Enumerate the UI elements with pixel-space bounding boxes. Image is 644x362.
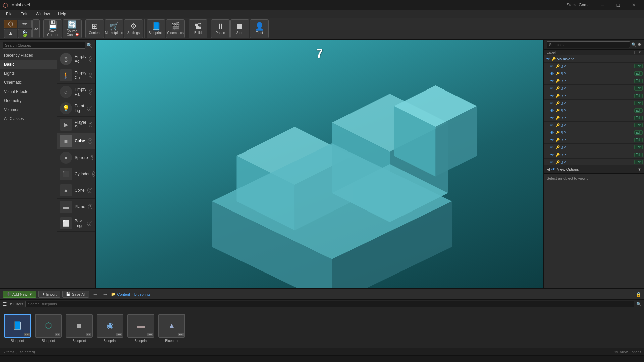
outliner-row[interactable]: 👁 🔑 BP Edit [544,144,644,151]
content-item[interactable]: 📘 BP Blueprint [4,314,31,343]
eject-button[interactable]: 👤 Eject [250,19,269,38]
settings-button[interactable]: ⚙ Settings [124,19,143,38]
build-button[interactable]: 🏗 Build [189,19,207,38]
import-button[interactable]: ⬇ Import [38,291,60,298]
blueprints-button[interactable]: 📘 Blueprints [147,19,165,38]
category-lights[interactable]: Lights [0,69,57,78]
search-classes-input[interactable] [3,42,85,49]
outliner-search-input[interactable] [547,41,630,48]
nav-back-button[interactable]: ← [91,290,99,298]
outliner-edit-button[interactable]: Edit [634,138,643,142]
content-item[interactable]: ◉ BP Blueprint [97,314,123,343]
content-button[interactable]: ⊞ Content [85,19,104,38]
outliner-settings-button[interactable]: ⚙ [638,42,641,47]
outliner-world-row[interactable]: 👁 🔑 MainWorld [544,55,644,63]
save-all-button[interactable]: 💾 Save All [62,291,89,298]
outliner-edit-button[interactable]: Edit [634,108,643,113]
outliner-edit-button[interactable]: Edit [634,123,643,127]
outliner-row[interactable]: 👁 🔑 BP Edit [544,77,644,85]
outliner-edit-button[interactable]: Edit [634,101,643,105]
save-current-button[interactable]: 💾 Save Current [43,19,62,38]
marketplace-button[interactable]: 🛒 Marketplace [105,19,123,38]
search-blueprints-icon[interactable]: 🔍 [636,302,641,306]
outliner-edit-button[interactable]: Edit [634,116,643,120]
outliner-row[interactable]: 👁 🔑 BP Edit [544,63,644,70]
pause-button[interactable]: ⏸ Pause [211,19,230,38]
outliner-row[interactable]: 👁 🔑 BP Edit [544,129,644,136]
menu-help[interactable]: Help [55,11,70,17]
close-button[interactable]: ✕ [626,0,641,10]
outliner-row[interactable]: 👁 🔑 BP Edit [544,70,644,77]
category-volumes[interactable]: Volumes [0,105,57,114]
outliner-row[interactable]: 👁 🔑 BP Edit [544,159,644,165]
list-item[interactable]: ◎ Empty Ac ? [57,51,95,67]
menu-edit[interactable]: Edit [17,11,31,17]
cone-help[interactable]: ? [87,188,92,193]
cube-help[interactable]: ? [88,138,92,144]
menu-window[interactable]: Window [32,11,53,17]
mode-btn-leaf[interactable]: 🍃 [18,29,32,38]
outliner-row[interactable]: 👁 🔑 BP Edit [544,122,644,129]
list-item[interactable]: 🚶 Empty Ch ? [57,67,95,84]
content-item[interactable]: ▲ BP Blueprint [158,314,185,343]
outliner-edit-button[interactable]: Edit [634,71,643,76]
cylinder-help[interactable]: ? [92,171,95,177]
outliner-edit-button[interactable]: Edit [634,64,643,68]
category-all-classes[interactable]: All Classes [0,114,57,123]
list-item[interactable]: ○ Empty Pa ? [57,84,95,100]
add-new-button[interactable]: ➕ Add New ▼ [3,291,36,298]
list-item[interactable]: ● Sphere ? [57,149,95,166]
outliner-row[interactable]: 👁 🔑 BP Edit [544,85,644,92]
outliner-edit-button[interactable]: Edit [634,160,643,164]
empty-actor-help[interactable]: ? [89,56,92,62]
outliner-edit-button[interactable]: Edit [634,86,643,90]
empty-pawn-help[interactable]: ? [89,89,92,95]
source-control-button[interactable]: 🔄 Source Control ⛔ [63,19,82,38]
nav-forward-button[interactable]: → [101,290,109,298]
maximize-button[interactable]: □ [610,0,626,10]
list-item[interactable]: ▬ Plane ? [57,199,95,215]
cinematics-button[interactable]: 🎬 Cinematics [166,19,185,38]
sphere-help[interactable]: ? [91,155,93,160]
more-button[interactable]: ≫ [32,19,40,38]
outliner-edit-button[interactable]: Edit [634,94,643,98]
list-item[interactable]: 💡 Point Lig ? [57,100,95,117]
path-content[interactable]: Content [117,292,130,296]
outliner-row[interactable]: 👁 🔑 BP Edit [544,107,644,114]
outliner-edit-button[interactable]: Edit [634,130,643,135]
category-cinematic[interactable]: Cinematic [0,78,57,87]
list-item[interactable]: ■ Cube ? [57,133,95,149]
content-item[interactable]: ▬ BP Blueprint [127,314,154,343]
list-item[interactable]: ▶ Player St ? [57,117,95,133]
view-options-button[interactable]: 👁 View Options [614,350,641,354]
outliner-row[interactable]: 👁 🔑 BP Edit [544,151,644,159]
point-light-help[interactable]: ? [87,106,92,111]
menu-file[interactable]: File [3,11,16,17]
outliner-edit-button[interactable]: Edit [634,153,643,157]
mode-btn-triangle[interactable]: ▲ [4,29,17,38]
outliner-search-button[interactable]: 🔍 [631,42,636,47]
list-item[interactable]: ▲ Cone ? [57,182,95,199]
view-options-bar[interactable]: ◀ 👁 View Options ▼ [544,165,644,174]
category-recently-placed[interactable]: Recently Placed [0,51,57,60]
empty-char-help[interactable]: ? [89,73,92,78]
outliner-edit-button[interactable]: Edit [634,145,643,149]
minimize-button[interactable]: ─ [595,0,610,10]
viewport[interactable]: 7 [96,40,543,288]
mode-btn-edit[interactable]: ✏ [18,20,32,28]
list-item[interactable]: ⬛ Cylinder ? [57,166,95,182]
path-blueprints[interactable]: Blueprints [134,292,151,296]
outliner-row[interactable]: 👁 🔑 BP Edit [544,100,644,107]
outliner-row[interactable]: 👁 🔑 BP Edit [544,92,644,100]
box-trigger-help[interactable]: ? [87,221,92,226]
list-view-icon[interactable]: ☰ [3,301,7,307]
category-visual-effects[interactable]: Visual Effects [0,87,57,96]
player-start-help[interactable]: ? [89,122,92,127]
outliner-edit-button[interactable]: Edit [634,79,643,83]
list-item[interactable]: ⬜ Box Trig ? [57,215,95,232]
category-basic[interactable]: Basic [0,60,57,69]
search-classes-button[interactable]: 🔍 [87,43,92,48]
mode-btn-hex[interactable]: ⬡ [4,20,17,28]
filters-button[interactable]: ▼ Filters [9,302,23,306]
content-item[interactable]: ■ BP Blueprint [66,314,93,343]
